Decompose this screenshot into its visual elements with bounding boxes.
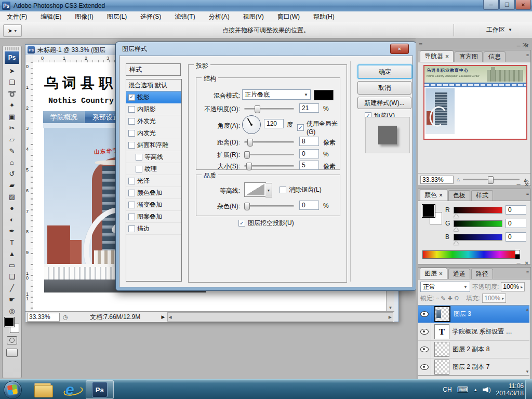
explorer-taskbar-button[interactable] <box>34 383 52 396</box>
crop-tool[interactable]: ▣ <box>4 111 20 122</box>
panel-minimize-icon[interactable]: ─ <box>517 260 521 266</box>
spectrum-black-swatch[interactable] <box>515 254 520 259</box>
style-item-5[interactable]: 斜面和浮雕 <box>126 139 181 151</box>
checkbox-icon[interactable]: ✓ <box>128 94 135 101</box>
checkbox-icon[interactable] <box>128 190 135 196</box>
minimize-button[interactable]: ─ <box>483 0 499 10</box>
navigator-zoom-field[interactable]: 33.33% <box>420 176 454 184</box>
spread-slider[interactable] <box>244 154 294 155</box>
channel-value[interactable]: 0 <box>506 232 526 242</box>
marquee-tool[interactable]: ❏ <box>4 76 20 88</box>
slider-thumb[interactable] <box>255 105 260 113</box>
clone-stamp-tool[interactable]: ⌂ <box>4 156 20 168</box>
lasso-tool[interactable]: ➰ <box>4 88 20 99</box>
style-item-3[interactable]: 外发光 <box>126 115 181 127</box>
eraser-tool[interactable]: ▰ <box>4 179 20 191</box>
lock-all-icon[interactable]: Ω <box>455 295 459 301</box>
menu-item-3[interactable]: 图层(L) <box>100 11 134 22</box>
distance-input[interactable]: 8 <box>299 137 319 146</box>
angle-input[interactable]: 120 <box>264 119 284 128</box>
blur-tool[interactable]: ● <box>4 202 20 214</box>
menu-item-1[interactable]: 编辑(E) <box>34 11 68 22</box>
panel-menu-icon[interactable]: ≡ <box>526 191 529 196</box>
panel-minimize-icon[interactable]: ─ <box>517 43 521 49</box>
slice-tool[interactable]: ✂ <box>4 122 20 134</box>
tab-navigator[interactable]: 导航器 × <box>420 50 454 62</box>
active-tool-button[interactable]: ➤ ▼ <box>3 24 22 37</box>
checkbox-icon[interactable] <box>136 166 142 172</box>
size-input[interactable]: 5 <box>299 161 319 170</box>
language-indicator[interactable]: CH <box>443 386 451 393</box>
style-item-2[interactable]: 内阴影 <box>126 103 181 115</box>
layer-thumbnail[interactable] <box>434 342 449 357</box>
size-slider[interactable] <box>244 165 294 167</box>
style-item-10[interactable]: 渐变叠加 <box>126 199 181 211</box>
panel-minimize-icon[interactable]: ─ <box>517 182 521 188</box>
style-item-7[interactable]: 纹理 <box>126 163 181 175</box>
checkbox-icon[interactable]: ✓ <box>238 220 245 227</box>
tab-styles[interactable]: 样式 <box>471 190 493 201</box>
channel-value[interactable]: 0 <box>506 205 526 215</box>
type-tool[interactable]: T <box>4 236 20 248</box>
menu-item-8[interactable]: 窗口(W) <box>271 11 307 22</box>
layer-row-3[interactable]: 图层 2 副本 7 <box>418 358 529 376</box>
navigator-thumbnail[interactable]: 乌词县职业教育中心 Nothis Country Occupation Educ… <box>423 65 527 140</box>
tab-swatches[interactable]: 色板 <box>448 190 470 201</box>
checkbox-icon[interactable]: ✓ <box>297 124 304 131</box>
dodge-tool[interactable]: ◐ <box>4 214 20 225</box>
checkbox-icon[interactable] <box>128 118 135 125</box>
cancel-button[interactable]: 取消 <box>357 81 411 95</box>
new-style-button[interactable]: 新建样式(W)... <box>357 97 411 109</box>
contour-picker[interactable]: ▼ <box>244 182 266 197</box>
blend-mode-select[interactable]: 正片叠底 ▼ <box>242 89 311 100</box>
noise-slider[interactable] <box>244 205 294 207</box>
tab-close-icon[interactable]: × <box>439 192 443 199</box>
style-item-9[interactable]: 颜色叠加 <box>126 187 181 199</box>
screen-mode-button[interactable] <box>6 349 18 357</box>
navigator-zoom-slider[interactable] <box>463 179 520 180</box>
dialog-close-button[interactable]: ✕ <box>390 44 409 54</box>
slider-thumb[interactable] <box>454 241 459 245</box>
hidden-icons-button[interactable]: ▲ <box>473 388 477 392</box>
distance-slider[interactable] <box>244 141 294 143</box>
checkbox-icon[interactable] <box>128 202 135 208</box>
lock-transparency-icon[interactable]: ▫ <box>436 295 438 301</box>
slider-thumb[interactable] <box>454 214 459 218</box>
gradient-tool[interactable]: ▨ <box>4 191 20 202</box>
slider-thumb[interactable] <box>247 139 253 147</box>
noise-input[interactable]: 0 <box>299 201 319 210</box>
start-button[interactable] <box>4 381 22 399</box>
scroll-down-icon[interactable]: ▼ <box>525 369 529 374</box>
menu-item-7[interactable]: 视图(V) <box>236 11 271 22</box>
checkbox-icon[interactable] <box>128 178 135 184</box>
tab-close-icon[interactable]: × <box>439 270 443 277</box>
menu-item-0[interactable]: 文件(F) <box>0 11 34 22</box>
menu-item-5[interactable]: 滤镜(T) <box>168 11 202 22</box>
visibility-toggle[interactable] <box>418 358 431 376</box>
style-item-8[interactable]: 光泽 <box>126 175 181 187</box>
tab-layers[interactable]: 图层 × <box>420 268 447 279</box>
tab-histogram[interactable]: 直方图 <box>455 51 483 62</box>
path-selection-tool[interactable]: ▲ <box>4 248 20 259</box>
tab-info[interactable]: 信息 <box>484 51 506 62</box>
quick-mask-button[interactable] <box>7 336 17 344</box>
style-item-6[interactable]: 等高线 <box>126 151 181 163</box>
move-tool[interactable]: ➤ <box>4 65 20 76</box>
menu-item-6[interactable]: 分析(A) <box>202 11 236 22</box>
checkbox-icon[interactable] <box>136 154 142 161</box>
opacity-slider[interactable] <box>244 108 294 110</box>
tab-color[interactable]: 颜色 × <box>420 189 447 201</box>
slider-thumb[interactable] <box>244 151 250 159</box>
notes-tool[interactable]: ❑ <box>4 271 20 282</box>
quick-selection-tool[interactable]: ✦ <box>4 99 20 111</box>
checkbox-icon[interactable] <box>128 214 135 220</box>
photoshop-taskbar-button[interactable]: Ps <box>86 380 114 399</box>
tab-close-icon[interactable]: × <box>445 53 449 60</box>
tab-channels[interactable]: 通道 <box>448 269 470 279</box>
healing-brush-tool[interactable]: ▱ <box>4 134 20 145</box>
status-flyout-icon[interactable]: ▶ <box>162 314 165 320</box>
shadow-color-swatch[interactable] <box>314 90 334 100</box>
ok-button[interactable]: 确定 <box>357 64 413 79</box>
shape-tool[interactable]: ▭ <box>4 259 20 271</box>
tab-paths[interactable]: 路径 <box>471 269 493 279</box>
